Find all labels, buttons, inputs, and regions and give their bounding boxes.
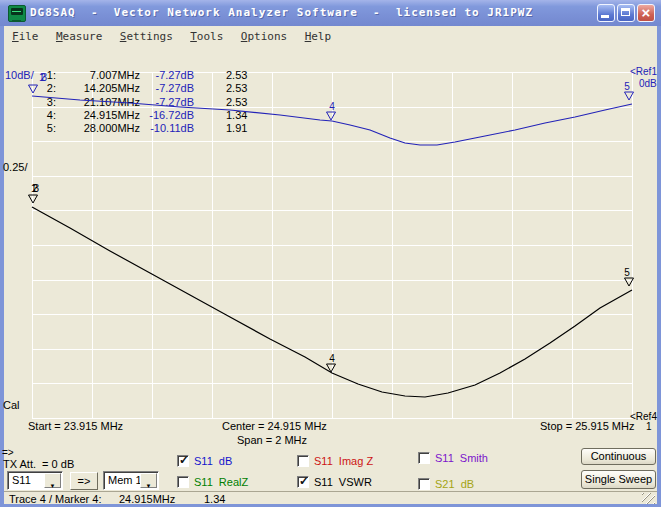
menu-file[interactable]: File [6, 27, 46, 43]
marker-table-row: 5: 28.000MHz -10.11dB 1.91 [40, 122, 266, 135]
checkbox-box[interactable]: ✓ [418, 478, 430, 490]
marker-frequency: 14.205MHz [60, 82, 140, 95]
marker-number: 4: [40, 109, 56, 122]
window-title: DG8SAQ - Vector Network Analyzer Softwar… [30, 6, 533, 19]
menubar: File Measure Settings Tools Options Help [4, 26, 657, 45]
checkmark-icon: ✓ [299, 474, 309, 488]
marker-table-row: 3: 21.107MHz -7.27dB 2.53 [40, 96, 266, 109]
marker-vswr: 2.53 [226, 82, 266, 95]
status-trace-marker-label: Trace 4 / Marker 4: [9, 493, 102, 505]
status-marker-frequency: 24.915MHz [119, 493, 175, 505]
arrow-indicator-label: => [2, 447, 14, 458]
app-icon [8, 5, 26, 22]
trace-select-value: S11 [12, 474, 31, 486]
marker-table-row: 4: 24.915MHz -16.72dB 1.34 [40, 109, 266, 122]
marker-table-row: 1: 7.007MHz -7.27dB 2.53 [40, 69, 266, 82]
resize-grip[interactable] [642, 493, 655, 504]
trace-select-dropdown-button[interactable]: ▼ [44, 473, 61, 488]
menu-help[interactable]: Help [299, 27, 339, 43]
marker-db: -7.27dB [148, 82, 194, 95]
ref4-value: 1 [646, 421, 652, 432]
memory-select-dropdown-button[interactable]: ▼ [140, 473, 157, 488]
maximize-button[interactable] [617, 4, 635, 22]
close-button[interactable]: × [637, 4, 655, 22]
marker-number: 5: [40, 122, 56, 135]
marker-vswr: 2.53 [226, 69, 266, 82]
checkbox-box[interactable]: ✓ [177, 455, 189, 467]
checkbox-box[interactable]: ✓ [297, 476, 309, 488]
marker-db: -7.27dB [148, 69, 194, 82]
chevron-down-icon: ▼ [50, 483, 56, 489]
marker-frequency: 24.915MHz [60, 109, 140, 122]
marker-number: 2: [40, 82, 56, 95]
marker-vswr: 1.34 [226, 109, 266, 122]
menu-measure[interactable]: Measure [50, 27, 109, 43]
marker-vswr: 2.53 [226, 96, 266, 109]
single-sweep-button[interactable]: Single Sweep [581, 470, 656, 489]
statusbar: Trace 4 / Marker 4: 24.915MHz 1.34 [4, 491, 657, 504]
status-marker-value: 1.34 [204, 493, 225, 505]
tx-attenuation-label: TX Att. = 0 dB [3, 458, 74, 470]
menu-tools[interactable]: Tools [184, 27, 230, 43]
sweep-stop-label: Stop = 25.915 MHz [540, 420, 634, 432]
checkbox-label: S11 RealZ [194, 476, 248, 488]
sweep-center-label: Center = 24.915 MHz [222, 420, 327, 432]
trace-select-combobox[interactable]: S11 ▼ [7, 471, 63, 490]
checkbox-label: S11 Smith [435, 452, 488, 464]
sweep-start-label: Start = 23.915 MHz [28, 420, 123, 432]
marker-db: -10.11dB [148, 122, 194, 135]
minimize-icon [601, 15, 609, 18]
checkbox-label: S21 dB [435, 478, 474, 490]
marker-table-row: 2: 14.205MHz -7.27dB 2.53 [40, 82, 266, 95]
checkbox-box[interactable]: ✓ [418, 452, 430, 464]
checkbox-label: S11 VSWR [314, 476, 372, 488]
marker-table: 1: 7.007MHz -7.27dB 2.53 2: 14.205MHz -7… [40, 69, 266, 135]
sweep-span-label: Span = 2 MHz [237, 434, 307, 446]
chevron-down-icon: ▼ [146, 483, 152, 489]
marker-frequency: 21.107MHz [60, 96, 140, 109]
scale-label-vswr: 0.25/ [3, 161, 27, 173]
menu-settings[interactable]: Settings [114, 27, 180, 43]
cal-label: Cal [3, 399, 20, 411]
marker-number: 3: [40, 96, 56, 109]
continuous-button[interactable]: Continuous [581, 448, 656, 465]
ref1-arrow-label: <Ref1 [630, 66, 657, 77]
close-icon: × [638, 4, 654, 22]
memory-select-combobox[interactable]: Mem 1 ▼ [103, 471, 159, 490]
transfer-to-memory-button[interactable]: => [70, 472, 98, 490]
marker-frequency: 7.007MHz [60, 69, 140, 82]
checkbox-box[interactable]: ✓ [177, 476, 189, 488]
ref1-value: 0dB [639, 78, 657, 89]
vnwa-window: DG8SAQ - Vector Network Analyzer Softwar… [0, 0, 661, 507]
titlebar[interactable]: DG8SAQ - Vector Network Analyzer Softwar… [0, 0, 661, 26]
marker-frequency: 28.000MHz [60, 122, 140, 135]
app-icon-foot [12, 20, 21, 22]
checkbox-label: S11 dB [194, 455, 232, 467]
marker-number: 1: [40, 69, 56, 82]
menu-options[interactable]: Options [235, 27, 294, 43]
scale-label-db: 10dB/ [5, 69, 34, 81]
memory-select-value: Mem 1 [108, 474, 142, 486]
checkmark-icon: ✓ [179, 453, 189, 467]
app-icon-screen [11, 8, 23, 15]
marker-db: -16.72dB [148, 109, 194, 122]
checkbox-box[interactable]: ✓ [297, 455, 309, 467]
checkbox-label: S11 Imag Z [314, 455, 373, 467]
marker-db: -7.27dB [148, 96, 194, 109]
minimize-button[interactable] [597, 4, 615, 22]
maximize-icon [621, 8, 630, 16]
marker-vswr: 1.91 [226, 122, 266, 135]
